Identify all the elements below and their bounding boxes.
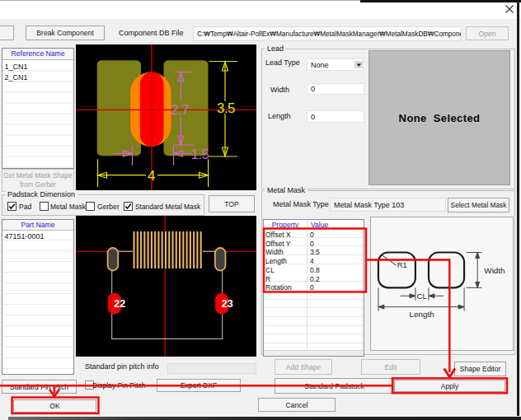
- svg-text:Width: Width: [484, 266, 505, 275]
- svg-text:3.5: 3.5: [217, 100, 235, 116]
- svg-text:22: 22: [114, 298, 125, 310]
- svg-text:23: 23: [222, 298, 233, 310]
- svg-text:CL: CL: [416, 292, 427, 301]
- svg-text:1.5: 1.5: [190, 147, 209, 162]
- svg-text:Length: Length: [409, 310, 434, 319]
- svg-text:2.7: 2.7: [171, 102, 189, 118]
- svg-text:4: 4: [148, 168, 155, 184]
- svg-text:R1: R1: [397, 261, 407, 269]
